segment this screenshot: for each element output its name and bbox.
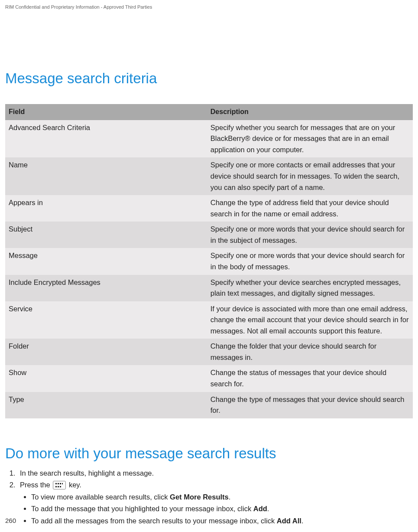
th-description: Description <box>207 104 413 120</box>
table-row: Advanced Search Criteria Specify whether… <box>5 120 413 158</box>
svg-rect-5 <box>60 486 61 487</box>
cell-description: Specify one or more words that your devi… <box>207 248 413 274</box>
step-text-post: key. <box>67 481 81 489</box>
list-item: To add all the messages from the search … <box>31 516 413 527</box>
cell-description: Change the status of messages that your … <box>207 365 413 392</box>
table-row: Show Change the status of messages that … <box>5 365 413 392</box>
bullet-bold: Add <box>253 505 267 512</box>
bullet-pre: To view more available search results, c… <box>31 493 170 501</box>
header-confidential: RIM Confidential and Proprietary Informa… <box>5 4 413 10</box>
bullet-post: . <box>301 517 304 525</box>
list-item: To view more available search results, c… <box>31 492 413 503</box>
svg-rect-2 <box>58 483 59 484</box>
cell-description: Change the type of address field that yo… <box>207 195 413 222</box>
table-row: Type Change the type of messages that yo… <box>5 392 413 418</box>
list-item: In the search results, highlight a messa… <box>17 468 413 479</box>
cell-description: Specify one or more contacts or email ad… <box>207 157 413 195</box>
menu-key-icon <box>53 481 66 490</box>
criteria-table: Field Description Advanced Search Criter… <box>5 104 413 418</box>
svg-rect-6 <box>62 483 63 484</box>
table-row: Service If your device is associated wit… <box>5 301 413 339</box>
cell-field: Folder <box>5 339 207 365</box>
bullet-post: . <box>267 505 269 512</box>
cell-description: Specify whether you search for messages … <box>207 120 413 158</box>
cell-field: Include Encrypted Messages <box>5 275 207 301</box>
bullet-pre: To add all the messages from the search … <box>31 517 277 525</box>
cell-field: Appears in <box>5 195 207 222</box>
steps-list: In the search results, highlight a messa… <box>5 468 413 527</box>
table-row: Name Specify one or more contacts or ema… <box>5 157 413 195</box>
cell-field: Show <box>5 365 207 392</box>
list-item: To add the message that you highlighted … <box>31 503 413 515</box>
cell-description: If your device is associated with more t… <box>207 301 413 339</box>
bullet-list: To view more available search results, c… <box>20 492 413 527</box>
page-number: 260 <box>5 517 16 524</box>
bullet-post: . <box>229 493 231 501</box>
th-field: Field <box>5 104 207 120</box>
cell-description: Change the folder that your device shoul… <box>207 339 413 365</box>
svg-rect-1 <box>55 486 57 487</box>
svg-rect-0 <box>55 483 57 484</box>
list-item: Press the key. To view more available se… <box>17 480 413 526</box>
table-row: Subject Specify one or more words that y… <box>5 222 413 248</box>
bullet-bold: Get More Results <box>170 493 229 501</box>
table-row: Include Encrypted Messages Specify wheth… <box>5 275 413 301</box>
bullet-bold: Add All <box>277 517 301 525</box>
cell-field: Type <box>5 392 207 418</box>
cell-description: Change the type of messages that your de… <box>207 392 413 418</box>
table-row: Appears in Change the type of address fi… <box>5 195 413 222</box>
table-row: Folder Change the folder that your devic… <box>5 339 413 365</box>
cell-description: Specify one or more words that your devi… <box>207 222 413 248</box>
cell-field: Subject <box>5 222 207 248</box>
cell-field: Service <box>5 301 207 339</box>
table-row: Message Specify one or more words that y… <box>5 248 413 274</box>
cell-description: Specify whether your device searches enc… <box>207 275 413 301</box>
cell-field: Message <box>5 248 207 274</box>
cell-field: Advanced Search Criteria <box>5 120 207 158</box>
page-title-2: Do more with your message search results <box>5 445 413 462</box>
page-title-1: Message search criteria <box>5 70 413 87</box>
step-text-pre: Press the <box>20 481 52 489</box>
cell-field: Name <box>5 157 207 195</box>
bullet-pre: To add the message that you highlighted … <box>31 505 253 512</box>
svg-rect-3 <box>58 486 59 487</box>
svg-rect-4 <box>60 483 61 484</box>
